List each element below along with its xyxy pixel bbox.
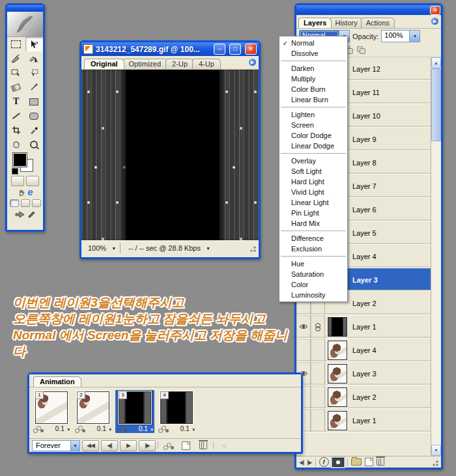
slice-select-tool[interactable]: [25, 51, 44, 66]
image-map-select-tool[interactable]: [25, 66, 44, 80]
menu-item-color-dodge[interactable]: Color Dodge: [279, 130, 347, 141]
menu-item-linear-burn[interactable]: Linear Burn: [279, 94, 347, 105]
foreground-color-swatch[interactable]: [13, 153, 27, 167]
layer-thumbnail[interactable]: [328, 341, 347, 360]
preview-in-browser-ie-icon[interactable]: e: [27, 188, 33, 196]
close-button[interactable]: ✕: [245, 44, 257, 55]
tween-icon[interactable]: [158, 426, 167, 432]
menu-item-hue[interactable]: Hue: [279, 259, 347, 269]
link-toggle[interactable]: [311, 409, 325, 432]
menu-item-luminosity[interactable]: Luminosity: [279, 290, 347, 300]
palette-menu-button[interactable]: ▶: [431, 18, 438, 25]
menu-item-soft-light[interactable]: Soft Light: [279, 166, 347, 176]
type-tool[interactable]: T: [7, 94, 25, 109]
loop-dropdown[interactable]: Forever ▼: [32, 440, 80, 451]
link-toggle[interactable]: [311, 385, 325, 408]
new-layer-button[interactable]: [365, 458, 373, 466]
layer-row[interactable]: Layer 1: [296, 315, 431, 339]
animation-frame-1[interactable]: 1 0.1 ▾: [32, 390, 71, 433]
layers-palette-titlebar[interactable]: ✕: [296, 5, 441, 15]
move-tool[interactable]: [25, 37, 44, 51]
tab-4up[interactable]: 4-Up: [192, 59, 221, 69]
eraser-tool[interactable]: [7, 80, 25, 94]
next-frame-button[interactable]: |▶: [307, 459, 311, 466]
layer-thumbnail[interactable]: [328, 411, 347, 430]
previous-frame-button[interactable]: ◀|: [101, 440, 118, 451]
menu-item-color-burn[interactable]: Color Burn: [279, 84, 347, 94]
default-colors-icon[interactable]: [12, 168, 18, 175]
document-titlebar[interactable]: 3143212_547289.gif @ 100... ─ □ ✕: [81, 42, 259, 56]
standard-screen-mode-button[interactable]: [10, 199, 19, 207]
rewind-button[interactable]: ◀◀: [82, 440, 99, 451]
tab-original[interactable]: Original: [84, 59, 124, 69]
crop-tool[interactable]: [7, 123, 25, 137]
menu-item-hard-light[interactable]: Hard Light: [279, 176, 347, 187]
menu-item-darken[interactable]: Darken: [279, 63, 347, 74]
jump-to-photoshop-icon[interactable]: [15, 210, 25, 219]
layer-row[interactable]: Layer 2: [296, 385, 431, 409]
download-time-dropdown[interactable]: -- / -- sec @ 28.8 Kbps ▼: [124, 243, 214, 253]
menu-item-lighten[interactable]: Lighten: [279, 109, 347, 120]
hand-tool[interactable]: [7, 137, 25, 152]
tab-animation[interactable]: Animation: [33, 376, 81, 387]
layers-scrollbar[interactable]: ▲ ▼: [431, 57, 441, 456]
full-screen-mode-button[interactable]: [32, 199, 41, 207]
link-toggle[interactable]: [311, 362, 325, 385]
frame-delay[interactable]: 0.1 ▾: [139, 425, 153, 432]
line-tool[interactable]: [7, 109, 25, 123]
scrollbar-track[interactable]: [431, 68, 441, 445]
tab-actions[interactable]: Actions: [361, 18, 395, 28]
menu-item-linear-light[interactable]: Linear Light: [279, 197, 347, 208]
delete-frame-button[interactable]: [195, 441, 211, 451]
menu-item-linear-dodge[interactable]: Linear Dodge: [279, 141, 347, 151]
animation-frame-3[interactable]: 3 0.1 ▾: [115, 390, 154, 433]
slice-tool[interactable]: [7, 51, 25, 66]
tween-icon[interactable]: [117, 426, 126, 432]
menu-item-saturation[interactable]: Saturation: [279, 269, 347, 279]
minimize-button[interactable]: ─: [214, 44, 225, 55]
tween-icon[interactable]: [75, 426, 84, 432]
layer-row[interactable]: Layer 3: [296, 362, 431, 385]
play-button[interactable]: ▶: [120, 440, 137, 451]
resize-grip[interactable]: [431, 458, 438, 466]
document-canvas[interactable]: [81, 70, 259, 240]
layer-row[interactable]: Layer 4: [296, 339, 431, 362]
animation-frame-2[interactable]: 2 0.1 ▾: [74, 390, 113, 433]
scrollbar-thumb[interactable]: [431, 68, 441, 141]
tab-history[interactable]: History: [330, 18, 362, 28]
animation-frame-4[interactable]: 4 0.1 ▾: [157, 390, 196, 433]
tab-layers[interactable]: Layers: [298, 18, 332, 28]
layer-thumbnail[interactable]: [328, 387, 347, 407]
edit-pencil-icon[interactable]: [27, 210, 36, 219]
menu-item-multiply[interactable]: Multiply: [279, 74, 347, 84]
full-screen-menu-mode-button[interactable]: [21, 199, 30, 207]
toolbox-titlebar[interactable]: [7, 5, 43, 12]
resize-grip[interactable]: [248, 244, 256, 252]
menu-item-overlay[interactable]: Overlay: [279, 156, 347, 166]
unify-style-icon[interactable]: [357, 46, 365, 54]
layer-thumbnail[interactable]: [328, 317, 347, 337]
frame-delay[interactable]: 0.1 ▾: [180, 425, 195, 432]
menu-item-difference[interactable]: Difference: [279, 233, 347, 244]
next-frame-button[interactable]: |▶: [139, 440, 156, 451]
new-group-button[interactable]: [351, 458, 362, 466]
menu-item-vivid-light[interactable]: Vivid Light: [279, 187, 347, 197]
previous-frame-button[interactable]: ◀|: [299, 459, 304, 466]
menu-item-pin-light[interactable]: Pin Light: [279, 208, 347, 218]
zoom-tool[interactable]: [25, 137, 44, 152]
tween-icon[interactable]: [33, 426, 42, 432]
maximize-button[interactable]: □: [229, 44, 241, 55]
toggle-slices-button[interactable]: [26, 176, 39, 186]
tab-2up[interactable]: 2-Up: [165, 59, 194, 69]
link-toggle[interactable]: [311, 315, 325, 338]
tab-menu-arrow-icon[interactable]: ▶: [249, 59, 256, 66]
close-icon[interactable]: ✕: [430, 6, 440, 15]
scroll-left-arrow[interactable]: ◁: [216, 441, 231, 451]
color-swatches[interactable]: [10, 152, 40, 176]
rounded-rectangle-tool[interactable]: [25, 109, 44, 123]
marquee-tool[interactable]: [7, 37, 25, 51]
menu-item-dissolve[interactable]: Dissolve: [279, 48, 347, 59]
new-frame-button[interactable]: [178, 441, 193, 451]
brush-tool[interactable]: [25, 80, 44, 94]
menu-item-hard-mix[interactable]: Hard Mix: [279, 218, 347, 229]
